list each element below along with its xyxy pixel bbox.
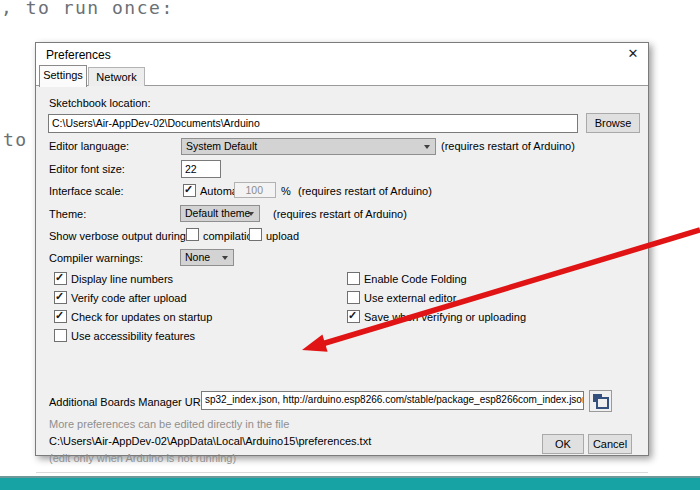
automatic-scale-checkbox[interactable] xyxy=(183,184,196,197)
sketchbook-location-input[interactable]: C:\Users\Air-AppDev-02\Documents\Arduino xyxy=(48,114,578,133)
edit-only-note: (edit only when Arduino is not running) xyxy=(49,452,236,464)
browse-button[interactable]: Browse xyxy=(586,113,640,133)
window-icon xyxy=(596,397,609,409)
editor-code-text: to xyxy=(3,129,28,150)
save-when-verifying-checkbox[interactable] xyxy=(347,310,360,323)
verbose-upload-checkbox[interactable] xyxy=(249,228,262,241)
open-urls-window-button[interactable] xyxy=(589,390,612,412)
interface-scale-label: Interface scale: xyxy=(49,185,124,197)
chevron-down-icon xyxy=(424,145,430,149)
theme-label: Theme: xyxy=(49,208,86,220)
ide-status-bar xyxy=(0,476,700,490)
theme-value: Default theme xyxy=(185,207,250,219)
verify-code-after-upload-checkbox[interactable] xyxy=(54,291,67,304)
accessibility-features-checkbox[interactable] xyxy=(54,329,67,342)
check-for-updates-label: Check for updates on startup xyxy=(71,311,212,323)
tab-network[interactable]: Network xyxy=(88,67,145,86)
tab-settings[interactable]: Settings xyxy=(39,65,87,87)
compiler-warnings-select[interactable]: None xyxy=(180,249,234,266)
scale-value-spinner[interactable]: 100 xyxy=(234,182,276,198)
preferences-dialog: Preferences ✕ Settings Network Sketchboo… xyxy=(35,42,649,456)
verify-code-after-upload-label: Verify code after upload xyxy=(71,292,187,304)
more-preferences-note: More preferences can be edited directly … xyxy=(49,418,289,430)
save-when-verifying-label: Save when verifying or uploading xyxy=(364,311,526,323)
chevron-down-icon xyxy=(248,212,254,216)
sketchbook-location-label: Sketchbook location: xyxy=(49,97,151,109)
compiler-warnings-label: Compiler warnings: xyxy=(49,252,143,264)
editor-font-size-input[interactable]: 22 xyxy=(181,160,221,178)
editor-font-size-label: Editor font size: xyxy=(49,163,125,175)
scale-unit-label: % xyxy=(281,185,291,197)
editor-code-text: , to run once: xyxy=(1,0,174,18)
enable-code-folding-checkbox[interactable] xyxy=(347,272,360,285)
cancel-button[interactable]: Cancel xyxy=(588,434,632,454)
ok-button[interactable]: OK xyxy=(542,434,584,454)
compiler-warnings-value: None xyxy=(185,251,210,263)
preferences-file-path: C:\Users\Air-AppDev-02\AppData\Local\Ard… xyxy=(49,435,371,447)
verbose-output-label: Show verbose output during: xyxy=(49,230,189,242)
editor-language-label: Editor language: xyxy=(49,140,129,152)
check-for-updates-checkbox[interactable] xyxy=(54,310,67,323)
enable-code-folding-label: Enable Code Folding xyxy=(364,273,467,285)
boards-manager-urls-input[interactable]: sp32_index.json, http://arduino.esp8266.… xyxy=(201,391,584,410)
scale-restart-note: (requires restart of Arduino) xyxy=(298,185,432,197)
boards-manager-urls-label: Additional Boards Manager URLs: xyxy=(49,396,215,408)
editor-language-value: System Default xyxy=(186,140,257,152)
theme-select[interactable]: Default theme xyxy=(180,205,260,222)
footer-divider xyxy=(36,472,648,473)
close-icon[interactable]: ✕ xyxy=(624,46,642,62)
use-external-editor-label: Use external editor xyxy=(364,292,456,304)
language-restart-note: (requires restart of Arduino) xyxy=(441,140,575,152)
dialog-title-bar[interactable]: Preferences ✕ xyxy=(36,43,648,65)
settings-panel: Sketchbook location: C:\Users\Air-AppDev… xyxy=(36,85,648,455)
verbose-compilation-checkbox[interactable] xyxy=(186,228,199,241)
chevron-down-icon xyxy=(222,256,228,260)
display-line-numbers-label: Display line numbers xyxy=(71,273,173,285)
editor-language-select[interactable]: System Default xyxy=(181,138,436,155)
theme-restart-note: (requires restart of Arduino) xyxy=(273,208,407,220)
use-external-editor-checkbox[interactable] xyxy=(347,291,360,304)
display-line-numbers-checkbox[interactable] xyxy=(54,272,67,285)
verbose-upload-label: upload xyxy=(266,230,299,242)
dialog-title: Preferences xyxy=(46,48,111,62)
accessibility-features-label: Use accessibility features xyxy=(71,330,195,342)
